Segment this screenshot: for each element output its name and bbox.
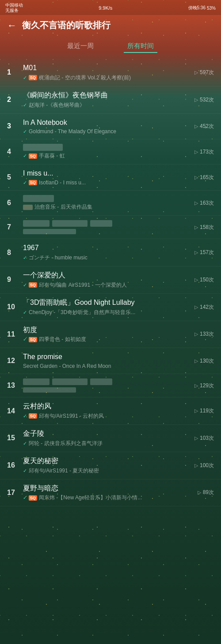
list-item[interactable]: 9一个深爱的人✓SQ邱有句/编曲 AirS1991 - 一个深爱的人▷150次 bbox=[0, 266, 221, 294]
play-count: ▷597次 bbox=[194, 69, 214, 76]
sq-badge: SQ bbox=[29, 282, 37, 288]
list-item[interactable]: 13▷129次 bbox=[0, 374, 221, 397]
rank-number: 15 bbox=[7, 434, 19, 442]
list-item[interactable]: 15金子陵✓阿轮 - 武侠音乐系列之喜气洋洋▷103次 bbox=[0, 425, 221, 452]
song-title: 一个深爱的人 bbox=[23, 271, 191, 280]
rank-number: 8 bbox=[7, 249, 19, 257]
list-item[interactable]: 10「3D雷雨助眠」Good Night Lullaby✓ChenDjoy -「… bbox=[0, 294, 221, 321]
list-item[interactable]: 1M01✓SQ梶浦由記 - 空の境界 Vol.2 殺人考察(前)▷597次 bbox=[0, 59, 221, 86]
play-count: ▷142次 bbox=[194, 303, 214, 311]
song-artist: 闻东炜 -【New Age轻音乐】小清新与小情... bbox=[39, 494, 142, 502]
rank-number: 13 bbox=[7, 382, 19, 389]
rank-number: 4 bbox=[7, 148, 19, 156]
play-count: ▷133次 bbox=[194, 330, 214, 338]
play-count: ▷129次 bbox=[194, 382, 214, 389]
play-count: ▷89次 bbox=[198, 489, 214, 496]
rank-number: 1 bbox=[7, 68, 19, 76]
list-item[interactable]: 2《瞬间的永恒》夜色钢琴曲✓赵海洋 -《夜色钢琴曲》▷532次 bbox=[0, 86, 221, 114]
list-item[interactable]: 11初度✓SQ四季音色 - 如初如度▷133次 bbox=[0, 321, 221, 348]
play-icon: ▷ bbox=[194, 463, 198, 468]
play-count: ▷173次 bbox=[194, 148, 214, 156]
song-title: The promise bbox=[23, 352, 191, 362]
sq-badge: SQ bbox=[29, 337, 37, 342]
list-item[interactable]: 5I miss u...✓SQIsotlanD - I miss u...▷16… bbox=[0, 165, 221, 191]
play-icon: ▷ bbox=[198, 490, 201, 495]
song-title: 《瞬间的永恒》夜色钢琴曲 bbox=[23, 91, 191, 100]
play-count: ▷103次 bbox=[194, 434, 214, 442]
song-artist: 手嘉葵 - 虹 bbox=[39, 152, 65, 160]
rank-number: 16 bbox=[7, 461, 19, 469]
count-text: 452次 bbox=[200, 123, 214, 130]
rank-number: 5 bbox=[7, 173, 19, 181]
verified-icon: ✓ bbox=[23, 468, 27, 474]
rank-number: 7 bbox=[7, 223, 19, 231]
play-count: ▷452次 bbox=[194, 123, 214, 130]
rank-number: 11 bbox=[7, 330, 19, 338]
play-icon: ▷ bbox=[194, 331, 198, 337]
song-info: In A Notebook✓Goldmund - The Malady Of E… bbox=[19, 118, 194, 135]
list-item[interactable]: 14云村的风✓SQ邱有句/AirS1991 - 云村的风▷119次 bbox=[0, 397, 221, 425]
rank-number: 10 bbox=[7, 303, 19, 311]
count-text: 150次 bbox=[200, 276, 214, 284]
tab-recent[interactable]: 最近一周 bbox=[64, 40, 97, 53]
sq-badge: SQ bbox=[29, 154, 37, 159]
song-info: 金子陵✓阿轮 - 武侠音乐系列之喜气洋洋 bbox=[19, 429, 194, 447]
song-title: In A Notebook bbox=[23, 118, 191, 127]
play-count: ▷100次 bbox=[194, 462, 214, 469]
play-count: ▷532次 bbox=[194, 96, 214, 104]
rank-number: 6 bbox=[7, 199, 19, 207]
song-artist: 四季音色 - 如初如度 bbox=[39, 336, 86, 343]
song-info: 一个深爱的人✓SQ邱有句/编曲 AirS1991 - 一个深爱的人 bbox=[19, 271, 194, 289]
count-text: 129次 bbox=[200, 382, 214, 389]
list-item[interactable]: 17夏野与暗恋✓SQ闻东炜 -【New Age轻音乐】小清新与小情...▷89次 bbox=[0, 479, 221, 507]
song-info bbox=[19, 220, 194, 234]
song-info: 《瞬间的永恒》夜色钢琴曲✓赵海洋 -《夜色钢琴曲》 bbox=[19, 91, 194, 109]
play-count: ▷119次 bbox=[194, 407, 214, 415]
song-info: 治愈音乐 - 后天依作品集 bbox=[19, 195, 194, 211]
song-info: 云村的风✓SQ邱有句/AirS1991 - 云村的风 bbox=[19, 402, 194, 420]
battery-display: 53% bbox=[207, 6, 216, 11]
play-count: ▷165次 bbox=[194, 174, 214, 181]
rank-number: 14 bbox=[7, 407, 19, 415]
list-item[interactable]: 16夏天的秘密✓邱有句/AirS1991 - 夏天的秘密▷100次 bbox=[0, 452, 221, 479]
count-text: 133次 bbox=[200, 330, 214, 338]
play-icon: ▷ bbox=[194, 358, 198, 364]
list-item[interactable]: 4✓SQ手嘉葵 - 虹▷173次 bbox=[0, 139, 221, 165]
play-count: ▷163次 bbox=[194, 199, 214, 207]
play-count: ▷130次 bbox=[194, 357, 214, 365]
play-icon: ▷ bbox=[194, 124, 198, 129]
play-icon: ▷ bbox=[194, 304, 198, 310]
verified-icon: ✓ bbox=[23, 310, 27, 315]
song-artist: IsotlanD - I miss u... bbox=[39, 180, 86, 186]
play-icon: ▷ bbox=[194, 225, 198, 230]
count-text: 103次 bbox=[200, 434, 214, 442]
rank-number: 12 bbox=[7, 357, 19, 365]
list-item[interactable]: 6治愈音乐 - 后天依作品集▷163次 bbox=[0, 191, 221, 216]
count-text: 130次 bbox=[200, 357, 214, 365]
song-title: 初度 bbox=[23, 326, 191, 335]
song-info: 1967✓ゴンチチ - humble music bbox=[19, 243, 194, 262]
list-item[interactable]: 3In A Notebook✓Goldmund - The Malady Of … bbox=[0, 114, 221, 140]
count-text: 597次 bbox=[200, 69, 214, 76]
song-title: M01 bbox=[23, 64, 191, 73]
song-title: 夏天的秘密 bbox=[23, 457, 191, 466]
song-info: 夏野与暗恋✓SQ闻东炜 -【New Age轻音乐】小清新与小情... bbox=[19, 484, 198, 502]
song-info bbox=[19, 378, 194, 393]
song-info: M01✓SQ梶浦由記 - 空の境界 Vol.2 殺人考察(前) bbox=[19, 64, 194, 82]
list-item[interactable]: 12The promiseSecret Garden - Once In A R… bbox=[0, 348, 221, 374]
tab-all[interactable]: 所有时间 bbox=[124, 40, 157, 53]
song-list: 1M01✓SQ梶浦由記 - 空の境界 Vol.2 殺人考察(前)▷597次2《瞬… bbox=[0, 59, 221, 515]
verified-icon: ✓ bbox=[23, 495, 27, 501]
carrier-info: 中国移动 无服务 bbox=[5, 3, 23, 13]
song-title: 云村的风 bbox=[23, 402, 191, 411]
verified-icon: ✓ bbox=[23, 75, 27, 81]
status-bar: 中国移动 无服务 9.9K/s 傍晚5:36 53% bbox=[0, 0, 221, 15]
play-count: ▷157次 bbox=[194, 249, 214, 256]
back-button[interactable]: ← bbox=[7, 20, 17, 31]
list-item[interactable]: 7▷158次 bbox=[0, 216, 221, 239]
play-icon: ▷ bbox=[194, 200, 198, 206]
list-item[interactable]: 81967✓ゴンチチ - humble music▷157次 bbox=[0, 239, 221, 266]
song-artist: 赵海洋 -《夜色钢琴曲》 bbox=[29, 101, 85, 109]
play-icon: ▷ bbox=[194, 435, 198, 441]
song-info: The promiseSecret Garden - Once In A Red… bbox=[19, 352, 194, 369]
